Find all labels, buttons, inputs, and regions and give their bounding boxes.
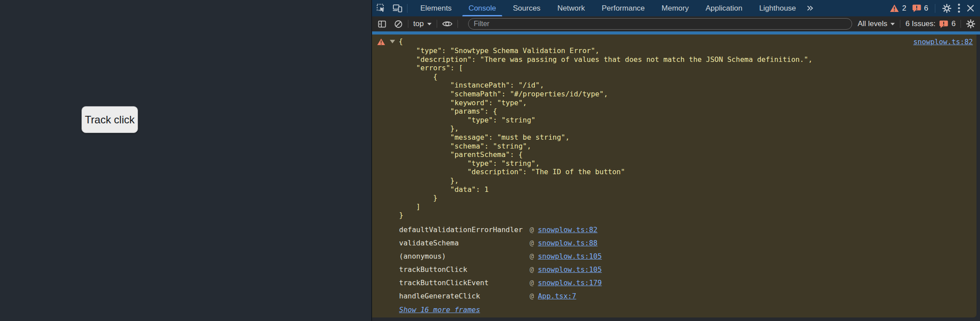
warning-triangle-icon	[377, 38, 385, 46]
stack-frames: defaultValidationErrorHandler@snowplow.t…	[399, 223, 976, 303]
log-levels-selector[interactable]: All levels	[857, 19, 895, 28]
frame-function-name: handleGenerateClick	[399, 292, 530, 300]
toolbar-separator	[437, 20, 437, 28]
frame-function-name: trackButtonClick	[399, 265, 530, 274]
frame-function-name: validateSchema	[399, 239, 530, 247]
frame-at-symbol: @	[530, 265, 534, 274]
show-more-frames-row: Show 16 more frames	[399, 304, 976, 316]
frame-source-link[interactable]: snowplow.ts:88	[538, 239, 598, 247]
issues-badge[interactable]: 6	[912, 4, 928, 13]
message-source-link[interactable]: snowplow.ts:82	[913, 38, 973, 46]
stack-frame: (anonymous)@snowplow.ts:105	[399, 250, 976, 263]
tab-network[interactable]: Network	[549, 0, 593, 16]
frame-function-name: trackButtonClickEvent	[399, 279, 530, 287]
issues-icon	[912, 4, 921, 12]
toolbar-separator	[961, 20, 961, 28]
inspect-element-icon[interactable]	[377, 4, 386, 13]
stack-frame: validateSchema@snowplow.ts:88	[399, 237, 976, 250]
tab-lighthouse[interactable]: Lighthouse	[751, 0, 804, 16]
console-settings-gear-icon[interactable]	[966, 19, 976, 29]
device-toolbar-icon[interactable]	[392, 4, 403, 13]
frame-source-link[interactable]: App.tsx:7	[538, 292, 576, 300]
issues-label: 6 Issues:	[905, 19, 935, 28]
console-sidebar-icon[interactable]	[377, 19, 387, 29]
close-devtools-icon[interactable]	[966, 4, 975, 12]
warning-message-header: { snowplow.ts:82	[372, 37, 976, 46]
chevron-down-icon	[427, 23, 432, 26]
tabbar-separator	[935, 4, 935, 13]
track-click-button[interactable]: Track click	[81, 106, 138, 133]
frame-source-link[interactable]: snowplow.ts:82	[538, 225, 598, 234]
console-messages-area[interactable]: { snowplow.ts:82 "type": "Snowtype Schem…	[372, 34, 980, 321]
issues-count: 6	[952, 19, 956, 28]
message-first-line: {	[399, 37, 403, 46]
tab-elements[interactable]: Elements	[412, 0, 460, 16]
json-body: "type": "Snowtype Schema Validation Erro…	[399, 46, 976, 220]
frame-source-link[interactable]: snowplow.ts:179	[538, 279, 602, 287]
frame-at-symbol: @	[530, 292, 534, 300]
clear-console-icon[interactable]	[394, 19, 403, 29]
tab-sources[interactable]: Sources	[504, 0, 549, 16]
live-expression-eye-icon[interactable]	[442, 20, 453, 28]
warnings-badge[interactable]: 2	[890, 4, 906, 13]
tab-application[interactable]: Application	[697, 0, 751, 16]
frame-function-name: defaultValidationErrorHandler	[399, 225, 530, 234]
stack-frame: handleGenerateClick@App.tsx:7	[399, 290, 976, 303]
toolbar-accent-line	[372, 31, 980, 34]
toolbar-separator	[457, 20, 458, 28]
frame-at-symbol: @	[530, 225, 534, 234]
more-tabs-icon[interactable]	[806, 5, 814, 11]
console-warning-message: { snowplow.ts:82 "type": "Snowtype Schem…	[372, 34, 976, 317]
toolbar-separator	[900, 20, 900, 28]
context-selector-value: top	[413, 19, 424, 28]
browser-page: Track click	[0, 0, 371, 321]
issue-count: 6	[924, 4, 928, 13]
frame-source-link[interactable]: snowplow.ts:105	[538, 252, 602, 260]
context-selector[interactable]: top	[413, 19, 432, 28]
tab-strip: ElementsConsoleSourcesNetworkPerformance…	[412, 0, 804, 16]
frame-source-link[interactable]: snowplow.ts:105	[538, 265, 602, 274]
devtools-panel: ElementsConsoleSourcesNetworkPerformance…	[371, 0, 980, 321]
frame-at-symbol: @	[530, 239, 534, 247]
settings-gear-icon[interactable]	[942, 4, 952, 13]
frame-at-symbol: @	[530, 252, 534, 260]
expand-collapse-caret-icon[interactable]	[390, 40, 395, 43]
stack-frame: trackButtonClick@snowplow.ts:105	[399, 263, 976, 276]
frame-function-name: (anonymous)	[399, 252, 530, 260]
issues-icon	[939, 20, 948, 28]
filter-input[interactable]	[468, 18, 853, 30]
chevron-down-icon	[890, 23, 895, 26]
log-levels-value: All levels	[857, 19, 887, 28]
warning-triangle-icon	[890, 4, 899, 12]
stack-frame: trackButtonClickEvent@snowplow.ts:179	[399, 276, 976, 290]
issues-counter[interactable]: 6 Issues: 6	[905, 19, 956, 28]
tab-performance[interactable]: Performance	[593, 0, 653, 16]
tab-console[interactable]: Console	[460, 0, 504, 16]
console-toolbar: top All levels 6 Issues:	[372, 16, 980, 31]
kebab-menu-icon[interactable]	[957, 3, 961, 13]
toolbar-separator	[408, 20, 408, 28]
warning-count: 2	[902, 4, 906, 13]
devtools-tabbar: ElementsConsoleSourcesNetworkPerformance…	[372, 0, 980, 16]
tabbar-right-cluster: 2 6	[890, 3, 980, 13]
stack-frame: defaultValidationErrorHandler@snowplow.t…	[399, 223, 976, 237]
frame-at-symbol: @	[530, 279, 534, 287]
show-more-frames-link[interactable]: Show 16 more frames	[399, 306, 480, 314]
tabbar-separator	[407, 4, 407, 13]
tab-memory[interactable]: Memory	[653, 0, 697, 16]
